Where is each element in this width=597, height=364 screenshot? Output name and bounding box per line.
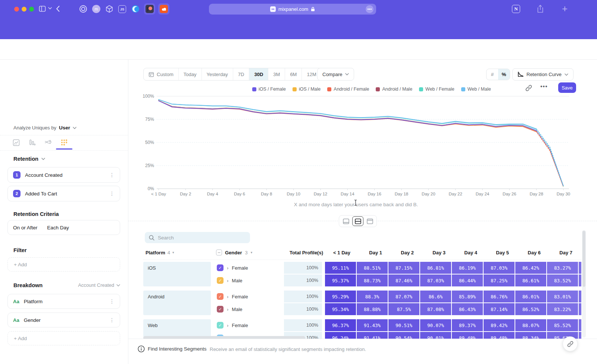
extension-soundcloud-pill[interactable] — [158, 3, 169, 15]
step-event-label[interactable]: Account Created — [25, 172, 63, 178]
retention-value-cell[interactable]: 90.54% — [388, 332, 419, 339]
day-column-header[interactable]: Day 3 — [418, 250, 450, 255]
breakdown-add-button[interactable]: + Add — [7, 331, 120, 345]
share-icon[interactable] — [537, 4, 544, 13]
retention-value-cell[interactable]: 88.73% — [357, 274, 388, 286]
platform-cell[interactable]: Android — [143, 291, 211, 315]
gender-column-header[interactable]: –Gender3▾ — [216, 250, 289, 255]
find-segments-link[interactable]: Find Interesting Segments — [148, 346, 207, 352]
notion-extension-icon[interactable]: N — [512, 5, 520, 13]
row-checkbox[interactable]: ✓ — [217, 277, 224, 284]
retention-value-cell[interactable]: 87.08% — [420, 303, 451, 315]
breakdown-item-gender[interactable]: AaGender⋮ — [7, 313, 120, 327]
retention-value-cell[interactable]: 83.52% — [547, 274, 578, 286]
retention-value-cell[interactable]: 86.81% — [420, 262, 451, 274]
extension-browser-icon[interactable] — [131, 5, 140, 13]
vertical-scrollbar[interactable] — [582, 230, 586, 338]
retention-value-cell[interactable]: 89.42% — [484, 319, 515, 331]
retention-value-cell[interactable]: 95.34% — [325, 303, 356, 315]
retention-value-cell[interactable]: 86.19% — [452, 262, 483, 274]
retention-value-cell[interactable]: 89.48% — [452, 332, 483, 339]
range-yesterday[interactable]: Yesterday — [202, 68, 233, 80]
retention-value-cell[interactable]: 85.89% — [452, 291, 483, 302]
range-6m[interactable]: 6M — [285, 68, 302, 80]
retention-section-title[interactable]: Retention — [13, 156, 38, 162]
retention-value-cell[interactable]: 95.29% — [325, 291, 356, 302]
retention-value-cell[interactable]: 83.22% — [547, 303, 578, 315]
step-event-label[interactable]: Added To Cart — [25, 191, 57, 197]
retention-value-cell[interactable]: 89.37% — [452, 319, 483, 331]
breakdown-options-icon[interactable]: ⋮ — [109, 317, 115, 323]
expand-row-icon[interactable]: › — [227, 265, 228, 271]
range-custom[interactable]: Custom — [144, 68, 179, 80]
expand-row-icon[interactable]: › — [227, 294, 228, 299]
retention-value-cell[interactable]: 86.44% — [452, 274, 483, 286]
criteria-each-day[interactable]: Each Day — [47, 225, 69, 230]
row-checkbox[interactable]: ✓ — [217, 264, 224, 271]
chevron-down-icon[interactable] — [48, 7, 52, 10]
view-chart-only-button[interactable] — [340, 216, 351, 226]
breakdown-property-label[interactable]: Gender — [24, 317, 41, 323]
retention-value-cell[interactable]: 87.07% — [388, 291, 419, 302]
extension-patreon-pill[interactable] — [144, 3, 155, 15]
extension-avatar-icon[interactable]: m — [92, 5, 100, 13]
view-split-button[interactable] — [352, 216, 363, 226]
breakdown-event-dropdown[interactable]: Account Created — [63, 282, 120, 288]
percent-toggle[interactable]: % — [498, 69, 510, 80]
tab-funnels[interactable] — [26, 137, 38, 148]
retention-value-cell[interactable]: 87.25% — [484, 274, 515, 286]
retention-value-cell[interactable]: 89.48% — [484, 332, 515, 339]
day-column-header[interactable]: Day 4 — [450, 250, 482, 255]
retention-value-cell[interactable]: 87.15% — [388, 262, 419, 274]
expand-row-icon[interactable]: › — [227, 278, 228, 283]
day-column-header[interactable]: < 1 Day — [323, 250, 355, 255]
retention-value-cell[interactable]: 96.37% — [325, 319, 356, 331]
day-column-header[interactable]: Day 5 — [482, 250, 513, 255]
retention-value-cell[interactable]: 85.52% — [547, 319, 578, 331]
extension-js-icon[interactable]: JS — [118, 5, 126, 13]
filter-add-button[interactable]: + Add — [7, 257, 120, 272]
day-column-header[interactable]: Day 1 — [355, 250, 387, 255]
retention-value-cell[interactable]: 88.34% — [515, 332, 546, 339]
retention-value-cell[interactable]: 87.5% — [388, 303, 419, 315]
step-options-icon[interactable]: ⋮ — [109, 172, 115, 178]
retention-value-cell[interactable]: 88.51% — [357, 262, 388, 274]
select-all-checkbox[interactable]: – — [216, 250, 222, 255]
retention-value-cell[interactable]: 86.42% — [515, 262, 546, 274]
day-column-header[interactable]: Day 6 — [513, 250, 545, 255]
retention-value-cell[interactable]: 91.43% — [357, 319, 388, 331]
retention-value-cell[interactable]: 88.07% — [515, 319, 546, 331]
breakdown-options-icon[interactable]: ⋮ — [109, 299, 115, 304]
retention-curve-chart[interactable]: 100%75%50%25%0%< 1 DayDay 2Day 4Day 6Day… — [128, 86, 597, 198]
row-checkbox[interactable]: ✓ — [217, 293, 224, 300]
retention-value-cell[interactable]: 86.76% — [484, 291, 515, 302]
retention-value-cell[interactable]: 90.07% — [420, 319, 451, 331]
retention-value-cell[interactable]: 90.01% — [420, 332, 451, 339]
range-30d[interactable]: 30D — [249, 68, 268, 80]
retention-criteria-card[interactable]: On or After Each Day — [7, 220, 120, 235]
chart-type-dropdown[interactable]: Retention Curve — [512, 68, 573, 81]
retention-value-cell[interactable]: 88.88% — [357, 303, 388, 315]
step-options-icon[interactable]: ⋮ — [109, 191, 115, 196]
retention-value-cell[interactable]: 87.46% — [388, 274, 419, 286]
range-7d[interactable]: 7D — [233, 68, 250, 80]
retention-value-cell[interactable]: 87.14% — [484, 303, 515, 315]
retention-value-cell[interactable]: 83.27% — [547, 262, 578, 274]
extension-cube-icon[interactable] — [105, 5, 113, 13]
browser-sidebar-icon[interactable] — [39, 5, 46, 12]
retention-value-cell[interactable]: 86.6% — [420, 291, 451, 302]
platform-cell[interactable]: iOS — [143, 262, 211, 286]
retention-value-cell[interactable]: 86.43% — [452, 303, 483, 315]
back-button[interactable] — [56, 6, 60, 12]
share-link-fab[interactable] — [563, 336, 578, 351]
expand-row-icon[interactable]: › — [227, 323, 228, 328]
tab-retention[interactable] — [59, 137, 70, 148]
day-column-header[interactable]: Day 2 — [387, 250, 418, 255]
range-3m[interactable]: 3M — [268, 68, 285, 80]
row-checkbox[interactable]: ✓ — [217, 322, 224, 329]
retention-step-2[interactable]: 2Added To Cart⋮ — [7, 186, 120, 201]
total-profiles-header[interactable]: Total Profile(s) — [289, 250, 323, 255]
tab-flows[interactable] — [43, 137, 54, 148]
expand-row-icon[interactable]: › — [227, 307, 228, 312]
retention-value-cell[interactable]: 90.51% — [388, 319, 419, 331]
